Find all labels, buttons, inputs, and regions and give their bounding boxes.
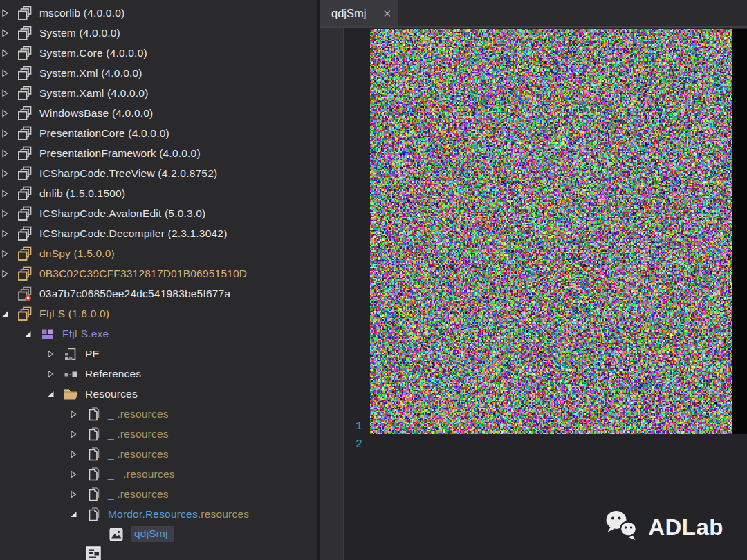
label-segment: Resources	[85, 388, 138, 400]
tree-row[interactable]: 03a7b7c06850ee24dc541983be5f677a	[0, 283, 317, 304]
label-segment: .resources	[198, 508, 249, 520]
label-segment: _	[108, 448, 117, 460]
tree-row-label: 0B3C02C39CFF3312817D01B06951510D	[39, 268, 247, 280]
label-segment: 0B3C02C39CFF3312817D01B06951510D	[39, 268, 247, 279]
tree-row[interactable]: mscorlib (4.0.0.0)	[0, 3, 317, 23]
tree-row[interactable]	[0, 544, 317, 560]
tree-row-label: References	[85, 368, 141, 380]
tree-row[interactable]: _ .resources	[0, 464, 317, 484]
tree-row[interactable]: References	[0, 364, 317, 384]
label-segment: System.Xml (4.0.0.0)	[39, 67, 142, 79]
label-segment: ICSharpCode.Decompiler (2.3.1.3042)	[39, 227, 228, 239]
chevron-collapsed-icon[interactable]	[1, 103, 17, 123]
image-resource-preview	[370, 29, 747, 434]
label-segment: Mordor.Resources	[108, 508, 198, 520]
chevron-collapsed-icon[interactable]	[1, 203, 17, 223]
chevron-collapsed-icon[interactable]	[1, 143, 17, 163]
tree-row[interactable]: dnlib (1.5.0.1500)	[0, 183, 317, 203]
chevron-collapsed-icon[interactable]	[1, 243, 17, 263]
chevron-collapsed-icon[interactable]	[70, 484, 85, 504]
chevron-collapsed-icon[interactable]	[1, 63, 17, 83]
label-segment: qdjSmj	[134, 528, 168, 539]
assembly-icon	[17, 125, 33, 142]
close-icon[interactable]: ✕	[382, 8, 391, 19]
label-segment: _	[108, 468, 123, 480]
assembly-icon	[17, 5, 33, 21]
chevron-expanded-icon[interactable]	[1, 304, 17, 324]
tree-row[interactable]: System.Core (4.0.0.0)	[0, 43, 317, 63]
chevron-collapsed-icon[interactable]	[70, 444, 85, 464]
references-icon	[62, 366, 79, 382]
chevron-collapsed-icon[interactable]	[47, 344, 62, 364]
tree-row[interactable]: System.Xml (4.0.0.0)	[0, 63, 317, 83]
tree-row-label: Resources	[85, 388, 138, 400]
tree-row[interactable]: PresentationCore (4.0.0.0)	[0, 123, 317, 143]
tree-row[interactable]: System.Xaml (4.0.0.0)	[0, 83, 317, 103]
tree-row[interactable]: qdjSmj	[0, 524, 317, 544]
tree-row[interactable]: WindowsBase (4.0.0.0)	[0, 103, 317, 123]
viewer-left-margin	[320, 28, 344, 560]
tab-strip: qdjSmj ✕	[320, 0, 747, 26]
tree-row[interactable]: _ .resources	[0, 404, 317, 424]
tree-row[interactable]: Mordor.Resources.resources	[0, 504, 317, 524]
chevron-expanded-icon[interactable]	[47, 384, 62, 404]
tree-row[interactable]: PresentationFramework (4.0.0.0)	[0, 143, 317, 163]
tree-row[interactable]: 0B3C02C39CFF3312817D01B06951510D	[0, 263, 317, 283]
chevron-collapsed-icon[interactable]	[1, 3, 17, 23]
tree-row[interactable]: dnSpy (1.5.0.0)	[0, 243, 317, 263]
image-icon	[108, 526, 124, 543]
chevron-collapsed-icon[interactable]	[1, 183, 17, 203]
tree-row-label: WindowsBase (4.0.0.0)	[39, 107, 153, 120]
resource-file-icon	[85, 506, 102, 523]
tree-row[interactable]: _ .resources	[0, 484, 317, 504]
tree-row-label: PE	[85, 348, 100, 360]
form-icon	[85, 546, 102, 560]
chevron-collapsed-icon[interactable]	[1, 123, 17, 143]
label-segment: .resources	[117, 488, 168, 500]
tree-row[interactable]: _ .resources	[0, 424, 317, 444]
tree-row[interactable]: ICSharpCode.AvalonEdit (5.0.3.0)	[0, 203, 317, 223]
label-segment: _	[108, 488, 117, 500]
chevron-collapsed-icon[interactable]	[1, 23, 17, 43]
tree-row[interactable]: ICSharpCode.TreeView (4.2.0.8752)	[0, 163, 317, 183]
label-segment: .resources	[117, 448, 168, 460]
label-segment: FfjLS (1.6.0.0)	[39, 308, 109, 319]
chevron-expanded-icon[interactable]	[70, 504, 85, 524]
chevron-expanded-icon[interactable]	[24, 324, 39, 344]
assembly-explorer-tree: mscorlib (4.0.0.0) System (4.0.0.0) Syst…	[0, 0, 317, 560]
tree-row[interactable]: ICSharpCode.Decompiler (2.3.1.3042)	[0, 223, 317, 243]
tree-row[interactable]: FfjLS.exe	[0, 324, 317, 344]
tree-row-label: mscorlib (4.0.0.0)	[39, 7, 124, 19]
assembly-error-icon	[17, 286, 33, 302]
tab-qdjsmj[interactable]: qdjSmj ✕	[320, 0, 398, 26]
assembly-icon	[17, 105, 33, 122]
tree-row-label: PresentationFramework (4.0.0.0)	[39, 147, 201, 160]
tree-row[interactable]: _ .resources	[0, 444, 317, 464]
chevron-collapsed-icon[interactable]	[1, 83, 17, 103]
tree-row[interactable]: FfjLS (1.6.0.0)	[0, 304, 317, 324]
chevron-collapsed-icon[interactable]	[70, 464, 85, 484]
label-segment: PE	[85, 348, 100, 360]
chevron-collapsed-icon[interactable]	[1, 223, 17, 243]
chevron-collapsed-icon[interactable]	[47, 364, 62, 384]
tree-row-label: Mordor.Resources.resources	[108, 508, 249, 521]
label-segment: System.Xaml (4.0.0.0)	[39, 87, 149, 99]
dnspy-window: mscorlib (4.0.0.0) System (4.0.0.0) Syst…	[0, 0, 747, 560]
assembly-icon	[17, 185, 33, 202]
tree-row[interactable]: PE	[0, 344, 317, 364]
tree-row-label: _ .resources	[108, 468, 175, 480]
chevron-collapsed-icon[interactable]	[1, 43, 17, 63]
tree-row[interactable]: Resources	[0, 384, 317, 404]
tree-row-label: System.Xml (4.0.0.0)	[39, 67, 142, 80]
line-number-1: 1	[346, 420, 362, 433]
chevron-collapsed-icon[interactable]	[70, 424, 85, 444]
assembly-icon	[17, 165, 33, 182]
tree-row[interactable]: System (4.0.0.0)	[0, 23, 317, 43]
label-segment: WindowsBase (4.0.0.0)	[39, 107, 153, 119]
tree-row-label: PresentationCore (4.0.0.0)	[39, 127, 169, 140]
assembly-icon	[17, 225, 33, 242]
chevron-collapsed-icon[interactable]	[70, 404, 85, 424]
chevron-collapsed-icon[interactable]	[1, 163, 17, 183]
document-panel: qdjSmj ✕ 1 2	[320, 0, 747, 560]
chevron-collapsed-icon[interactable]	[1, 263, 17, 283]
